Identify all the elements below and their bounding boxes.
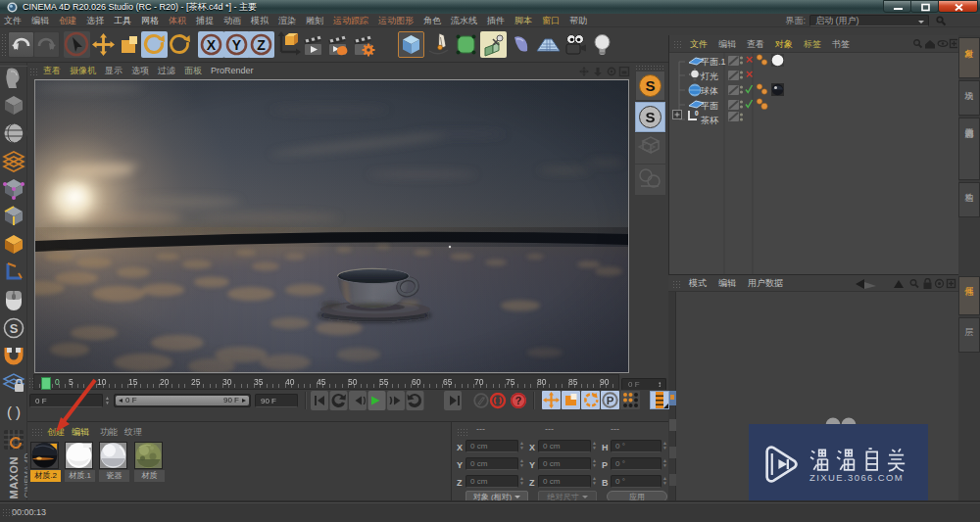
svg-text:?: ? [515, 395, 522, 406]
svg-text:平面: 平面 [701, 101, 718, 111]
svg-text:平面.1: 平面.1 [701, 57, 726, 67]
svg-text:Z: Z [257, 37, 266, 53]
svg-text:球体: 球体 [701, 86, 718, 96]
svg-text:S: S [10, 321, 19, 336]
svg-text:茶杯: 茶杯 [701, 116, 719, 125]
svg-text:Y: Y [232, 37, 242, 53]
svg-text:灯光: 灯光 [701, 71, 718, 81]
svg-text:P: P [607, 395, 614, 406]
svg-text:S: S [645, 109, 655, 125]
svg-text:0: 0 [695, 110, 699, 117]
svg-text:( ): ( ) [7, 403, 21, 420]
svg-text:X: X [207, 37, 217, 53]
svg-text:S: S [645, 77, 655, 94]
